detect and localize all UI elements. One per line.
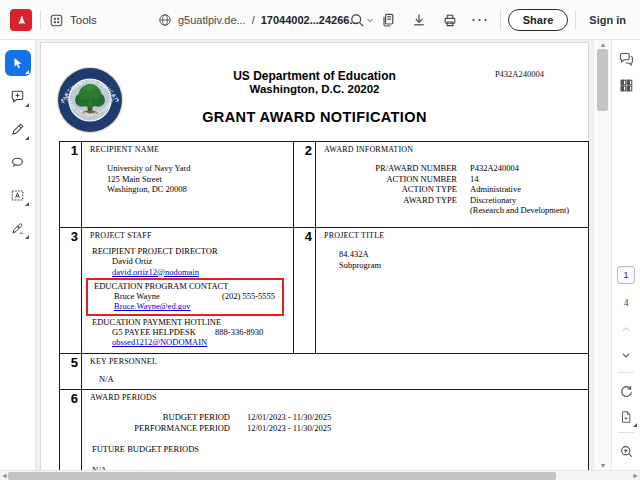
- award-info-value: 14: [470, 174, 588, 185]
- section-1-label: RECIPIENT NAME: [82, 142, 293, 154]
- document-breadcrumb[interactable]: g5uatlpiv.de... / 17044002...24266...: [158, 0, 375, 40]
- section-5-label: KEY PERSONNEL: [82, 354, 588, 366]
- award-info-label: [316, 205, 457, 216]
- program-contact-email-link[interactable]: Bruce.Wayne@ed.gov: [94, 301, 277, 311]
- rotate-page-icon[interactable]: [615, 380, 637, 402]
- more-options-icon[interactable]: ···: [469, 8, 493, 32]
- section-project-staff: PROJECT STAFF RECIPIENT PROJECT DIRECTOR…: [82, 228, 294, 354]
- vertical-scrollbar[interactable]: ▲ ▼: [593, 40, 611, 470]
- add-text-tool-button[interactable]: [5, 182, 31, 208]
- total-pages-label: 4: [624, 298, 629, 308]
- document-title: GRANT AWARD NOTIFICATION: [41, 109, 588, 125]
- performance-period-value: 12/01/2023 - 11/30/2025: [247, 423, 588, 434]
- payment-hotline-heading: EDUCATION PAYMENT HOTLINE: [92, 317, 293, 327]
- recipient-name-line: University of Navy Yard: [107, 163, 293, 174]
- program-contact-name: Bruce Wayne: [94, 291, 160, 301]
- section-3-label: PROJECT STAFF: [82, 228, 293, 240]
- document-header-line2: Washington, D.C. 20202: [41, 83, 588, 95]
- section-3-number: 3: [60, 228, 82, 354]
- toolbar-divider: [40, 10, 41, 30]
- program-contact-heading: EDUCATION PROGRAM CONTACT: [94, 281, 277, 291]
- section-key-personnel: KEY PERSONNEL N/A: [82, 354, 588, 390]
- section-6-number: 6: [60, 390, 82, 470]
- scroll-right-arrow[interactable]: ►: [632, 471, 639, 480]
- search-icon[interactable]: [345, 8, 369, 32]
- download-icon[interactable]: [407, 8, 431, 32]
- current-page-input[interactable]: 1: [617, 266, 635, 284]
- rail-divider: [618, 432, 634, 433]
- scroll-down-arrow[interactable]: ▼: [594, 462, 612, 469]
- tools-label: Tools: [70, 14, 97, 26]
- breadcrumb-folder[interactable]: g5uatlpiv.de...: [178, 14, 246, 26]
- comments-panel-icon[interactable]: [615, 48, 637, 70]
- budget-period-label: BUDGET PERIOD: [82, 412, 230, 423]
- breadcrumb-separator: /: [252, 14, 255, 26]
- tools-grid-icon: [49, 13, 64, 28]
- project-title-code: 84.432A: [339, 249, 588, 260]
- fill-sign-tool-button[interactable]: [5, 215, 31, 241]
- copy-pages-icon[interactable]: [376, 8, 400, 32]
- left-tool-rail: [0, 40, 36, 470]
- education-program-contact-annotation: EDUCATION PROGRAM CONTACT Bruce Wayne (2…: [86, 278, 284, 316]
- budget-period-value: 12/01/2023 - 11/30/2025: [247, 412, 588, 423]
- rail-divider: [618, 372, 634, 373]
- grant-table: 1 RECIPIENT NAME University of Navy Yard…: [59, 141, 589, 470]
- previous-page-icon[interactable]: [615, 318, 637, 340]
- toolbar-divider: [500, 10, 501, 30]
- recipient-street-line: 125 Main Street: [107, 174, 293, 185]
- performance-period-label: PERFORMANCE PERIOD: [82, 423, 230, 434]
- section-6-label: AWARD PERIODS: [82, 390, 588, 402]
- section-recipient-name: RECIPIENT NAME University of Navy Yard 1…: [82, 142, 294, 228]
- key-personnel-value: N/A: [82, 366, 588, 385]
- award-info-value: Administrative: [470, 184, 588, 195]
- project-title-subprogram: Subprogram: [339, 260, 588, 271]
- award-reference-number: P432A240004: [495, 69, 544, 79]
- project-director-email-link[interactable]: david.ortiz12@nodomain: [92, 267, 293, 277]
- payment-hotline-phone: 888-336-8930: [215, 327, 263, 337]
- print-icon[interactable]: [438, 8, 462, 32]
- globe-icon: [158, 13, 172, 27]
- section-4-label: PROJECT TITLE: [316, 228, 588, 240]
- draw-pencil-tool-button[interactable]: [5, 116, 31, 142]
- award-info-value: Discretionary: [470, 195, 588, 206]
- share-button[interactable]: Share: [508, 9, 569, 31]
- award-info-label: AWARD TYPE: [316, 195, 457, 206]
- award-info-label: ACTION NUMBER: [316, 174, 457, 185]
- zoom-in-icon[interactable]: [615, 440, 637, 462]
- horizontal-scrollbar[interactable]: ◄ ►: [0, 470, 640, 480]
- section-project-title: PROJECT TITLE 84.432A Subprogram: [316, 228, 588, 354]
- section-2-label: AWARD INFORMATION: [316, 142, 588, 154]
- top-toolbar: Tools g5uatlpiv.de... / 17044002...24266…: [0, 0, 640, 40]
- acrobat-logo-icon[interactable]: [10, 9, 32, 31]
- section-5-number: 5: [60, 354, 82, 390]
- lasso-highlight-tool-button[interactable]: [5, 149, 31, 175]
- award-info-value: P432A240004: [470, 163, 588, 174]
- pdf-page: DEPARTMENT OF EDUCATION UNITED STATES OF…: [40, 42, 589, 470]
- payment-hotline-email-link[interactable]: obssed1212@NODOMAIN: [92, 337, 293, 347]
- award-info-value: (Research and Development): [470, 205, 588, 216]
- page-view-options-icon[interactable]: [615, 406, 637, 428]
- project-director-name: David Ortiz: [92, 256, 293, 266]
- section-award-information: AWARD INFORMATION PR/AWARD NUMBER P432A2…: [316, 142, 588, 228]
- scroll-up-arrow[interactable]: ▲: [594, 41, 612, 48]
- recipient-city-line: Washington, DC 20008: [107, 184, 293, 195]
- program-contact-phone: (202) 555-5555: [222, 291, 277, 301]
- award-info-label: ACTION TYPE: [316, 184, 457, 195]
- sign-in-button[interactable]: Sign in: [583, 14, 632, 26]
- horizontal-scrollbar-thumb[interactable]: [8, 472, 556, 480]
- future-budget-periods-value: N/A: [82, 455, 588, 471]
- future-budget-periods-label: FUTURE BUDGET PERIODS: [82, 433, 588, 455]
- scroll-left-arrow[interactable]: ◄: [1, 471, 8, 480]
- document-viewport[interactable]: DEPARTMENT OF EDUCATION UNITED STATES OF…: [36, 40, 593, 470]
- tools-button[interactable]: Tools: [49, 13, 97, 28]
- right-tool-rail: 1 4: [611, 40, 640, 470]
- section-1-number: 1: [60, 142, 82, 228]
- project-director-heading: RECIPIENT PROJECT DIRECTOR: [92, 246, 293, 256]
- page-thumbnails-icon[interactable]: [615, 74, 637, 96]
- toolbar-divider: [575, 10, 576, 30]
- comment-tool-button[interactable]: [5, 83, 31, 109]
- section-2-number: 2: [294, 142, 316, 228]
- vertical-scrollbar-thumb[interactable]: [597, 49, 608, 111]
- select-tool-button[interactable]: [5, 50, 31, 76]
- next-page-icon[interactable]: [615, 344, 637, 366]
